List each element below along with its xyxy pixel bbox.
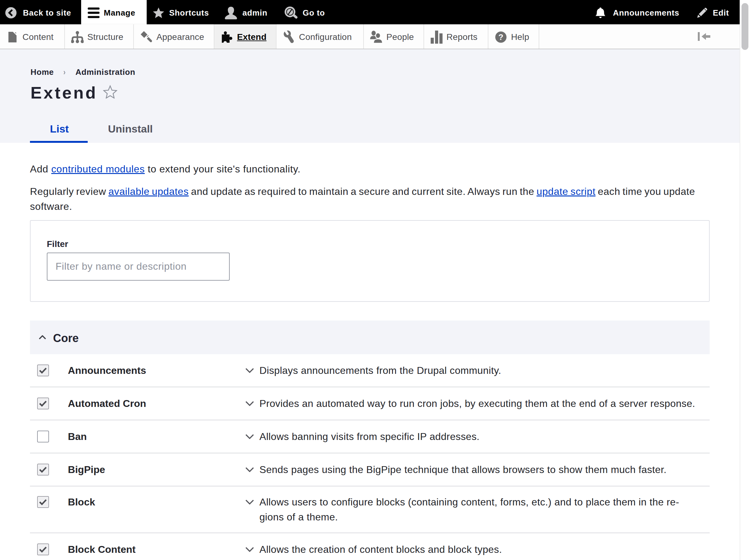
svg-text:?: ?: [498, 32, 504, 42]
